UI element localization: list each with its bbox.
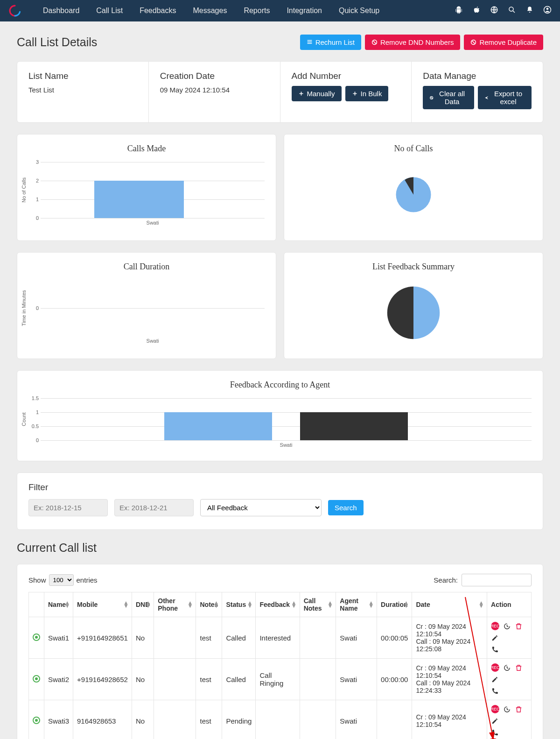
cell-agent: Swati [336, 659, 377, 700]
cell-feedback: Call Ringing [256, 659, 300, 700]
col-date[interactable]: Date▲▼ [412, 592, 487, 617]
feedback-agent-chart: Feedback According to Agent Count 00.511… [17, 370, 543, 461]
rechurn-button[interactable]: Rechurn List [300, 35, 361, 50]
cell-action: REC [487, 617, 532, 659]
cell-call-notes [300, 617, 336, 659]
history-icon[interactable] [503, 664, 511, 672]
y-axis-label: No of Calls [21, 177, 27, 203]
nav-integration[interactable]: Integration [278, 1, 330, 21]
cell-notes: test [196, 700, 222, 739]
chart-title: No of Calls [295, 144, 532, 154]
col-dnd[interactable]: DND▲▼ [132, 592, 154, 617]
delete-icon[interactable] [515, 705, 523, 713]
nav-dashboard[interactable]: Dashboard [35, 1, 88, 21]
delete-icon[interactable] [515, 664, 523, 672]
history-icon[interactable] [503, 705, 511, 713]
cell-agent: Swati [336, 617, 377, 659]
x-axis-label: Swati [41, 442, 532, 448]
search-label: Search: [434, 576, 458, 584]
edit-icon[interactable] [491, 676, 499, 683]
android-icon[interactable] [455, 6, 463, 16]
app-logo [8, 4, 21, 17]
pie-icon [395, 176, 432, 213]
cell-dnd: No [132, 617, 154, 659]
creation-date-value: 09 May 2024 12:10:54 [160, 86, 269, 94]
cell-mobile: +919164928651 [73, 617, 132, 659]
chart-title: List Feedback Summary [295, 262, 532, 272]
x-axis-label: Swati [41, 338, 265, 344]
nav-call-list[interactable]: Call List [88, 1, 131, 21]
chart-title: Feedback According to Agent [28, 380, 532, 390]
delete-icon[interactable] [515, 622, 523, 630]
call-icon[interactable] [491, 687, 527, 695]
cell-name: Swati1 [44, 617, 73, 659]
cell-dnd: No [132, 700, 154, 739]
call-icon[interactable] [491, 646, 527, 654]
table-row: Swati2 +919164928652 No test Called Call… [29, 659, 532, 700]
record-icon[interactable]: REC [491, 705, 499, 713]
filter-search-button[interactable]: Search [328, 500, 364, 515]
top-nav: Dashboard Call List Feedbacks Messages R… [0, 0, 560, 21]
filter-to-date[interactable] [114, 499, 194, 516]
filter-feedback-select[interactable]: All Feedback [200, 499, 322, 516]
col-name[interactable]: Name▲▼ [44, 592, 73, 617]
expand-icon[interactable] [33, 675, 40, 683]
call-icon[interactable] [491, 729, 527, 737]
nav-messages[interactable]: Messages [184, 1, 235, 21]
cell-name: Swati3 [44, 700, 73, 739]
remove-dnd-button[interactable]: Remove DND Numbers [365, 35, 461, 50]
cell-mobile: +919164928652 [73, 659, 132, 700]
globe-icon[interactable] [490, 6, 498, 16]
filter-from-date[interactable] [28, 499, 108, 516]
history-icon[interactable] [503, 622, 511, 630]
table-search-input[interactable] [462, 574, 532, 586]
user-icon[interactable] [543, 6, 552, 16]
svg-point-1 [509, 7, 513, 11]
chart-title: Calls Made [28, 144, 265, 154]
x-axis-label: Swati [41, 220, 265, 225]
col-duration[interactable]: Duration▲▼ [377, 592, 412, 617]
col-notes[interactable]: Notes▲▼ [196, 592, 222, 617]
nav-feedbacks[interactable]: Feedbacks [131, 1, 184, 21]
cell-other [154, 617, 196, 659]
edit-icon[interactable] [491, 634, 499, 642]
calls-made-chart: Calls Made No of Calls 0123 Swati [17, 134, 276, 241]
cell-other [154, 700, 196, 739]
cell-other [154, 659, 196, 700]
cell-status: Called [222, 659, 256, 700]
clear-data-button[interactable]: Clear all Data [423, 86, 474, 109]
search-icon[interactable] [508, 6, 516, 16]
record-icon[interactable]: REC [491, 663, 499, 672]
export-excel-button[interactable]: Export to excel [478, 86, 532, 109]
add-bulk-button[interactable]: In Bulk [345, 86, 389, 101]
page-size-select[interactable]: 100 [49, 574, 74, 586]
data-manage-label: Data Manage [423, 71, 532, 81]
expand-icon[interactable] [33, 633, 40, 641]
cell-duration: 00:00:05 [377, 617, 412, 659]
cell-duration [377, 700, 412, 739]
cell-date: Cr : 09 May 2024 12:10:54 Call : 09 May … [412, 617, 487, 659]
remove-duplicate-button[interactable]: Remove Duplicate [464, 35, 543, 50]
bell-icon[interactable] [525, 6, 534, 16]
col-other-phone[interactable]: Other Phone▲▼ [154, 592, 196, 617]
col-status[interactable]: Status▲▼ [222, 592, 256, 617]
cell-action: REC [487, 659, 532, 700]
record-icon[interactable]: REC [491, 622, 499, 630]
add-manually-button[interactable]: Manually [292, 86, 342, 101]
creation-date-label: Creation Date [160, 71, 269, 81]
cell-duration: 00:00:00 [377, 659, 412, 700]
edit-icon[interactable] [491, 717, 499, 725]
apple-icon[interactable] [472, 6, 481, 16]
list-name-value: Test List [28, 86, 137, 94]
call-list-table: Name▲▼ Mobile▲▼ DND▲▼ Other Phone▲▼ Note… [28, 592, 532, 739]
col-agent-name[interactable]: Agent Name▲▼ [336, 592, 377, 617]
info-card: List Name Test List Creation Date 09 May… [17, 61, 543, 123]
col-mobile[interactable]: Mobile▲▼ [73, 592, 132, 617]
col-feedback[interactable]: Feedback▲▼ [256, 592, 300, 617]
cell-notes: test [196, 617, 222, 659]
nav-quick-setup[interactable]: Quick Setup [330, 1, 388, 21]
col-call-notes[interactable]: Call Notes▲▼ [300, 592, 336, 617]
expand-icon[interactable] [33, 717, 40, 724]
nav-reports[interactable]: Reports [235, 1, 278, 21]
show-label: Show [28, 576, 46, 584]
